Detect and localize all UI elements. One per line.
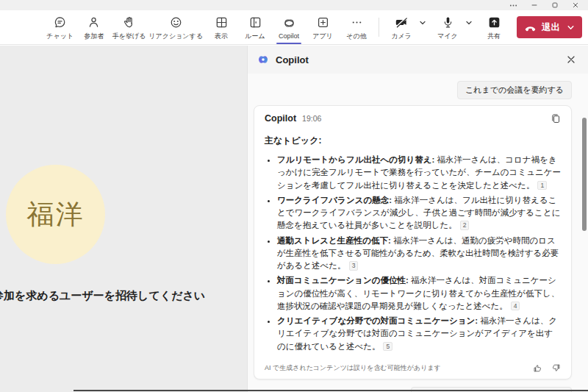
message-sender: Copilot [265, 113, 296, 124]
copilot-panel-header: Copilot [248, 46, 588, 74]
toolbar-rooms-button[interactable]: ルーム [238, 14, 272, 41]
toolbar-apps-label: アプリ [312, 32, 333, 41]
topic-item: クリエイティブな分野での対面コミュニケーション: 福永洋一さんは、クリエイティブ… [277, 315, 561, 353]
toolbar-view-button[interactable]: 表示 [204, 14, 238, 41]
copilot-panel-close-button[interactable] [566, 54, 576, 65]
invite-users-text: 参加を求めるユーザーを招待してください [0, 289, 205, 303]
toolbar-chat-button[interactable]: チャット [43, 14, 77, 41]
toolbar-view-label: 表示 [215, 32, 228, 41]
window-minimize-icon[interactable] [531, 1, 538, 9]
topics-heading: 主なトピック: [265, 135, 561, 147]
copilot-panel: Copilot これまでの会議を要約する Copilot 19:06 主なトピッ… [247, 46, 588, 392]
share-screen-icon [487, 15, 501, 29]
topic-title: クリエイティブな分野での対面コミュニケーション: [277, 316, 478, 325]
hang-up-icon [524, 21, 537, 34]
thumbs-down-button[interactable] [551, 363, 561, 373]
camera-off-icon [395, 15, 409, 29]
participants-icon [87, 15, 101, 29]
copilot-message-card: Copilot 19:06 主なトピック: フルリモートからフル出社への切り替え… [254, 105, 572, 379]
toolbar-participants-label: 参加者 [84, 32, 104, 41]
toolbar-apps-button[interactable]: アプリ [306, 14, 340, 41]
toolbar-raise-hand-label: 手を挙げる [112, 32, 146, 41]
camera-control-group: カメラ [384, 14, 431, 41]
topic-item: フルリモートからフル出社への切り替え: 福永洋一さんは、コロナ禍をきっかけに完全… [277, 154, 561, 192]
window-more-icon[interactable] [509, 1, 517, 10]
rooms-icon [248, 15, 262, 29]
citation-badge[interactable]: 5 [383, 342, 392, 352]
copilot-active-underline [276, 43, 301, 45]
toolbar-more-button[interactable]: その他 [340, 14, 373, 41]
leave-chevron-icon[interactable] [567, 24, 575, 32]
raise-hand-icon [122, 15, 136, 29]
window-close-icon[interactable] [572, 1, 579, 9]
citation-badge[interactable]: 3 [349, 261, 359, 271]
topic-item: ワークライフバランスの懸念: 福永洋一さんは、フル出社に切り替えることでワークラ… [277, 194, 561, 232]
toolbar-copilot-button[interactable]: Copilot [272, 15, 306, 40]
topic-title: 通勤ストレスと生産性の低下: [277, 236, 391, 245]
panel-scrollbar-thumb[interactable] [582, 118, 587, 231]
toolbar-react-label: リアクションする [148, 32, 203, 41]
copilot-panel-title: Copilot [276, 54, 560, 65]
reaction-smiley-icon [169, 15, 183, 29]
toolbar-share-button[interactable]: 共有 [477, 14, 511, 41]
mic-icon [441, 15, 455, 29]
meeting-toolbar: チャット 参加者 手を挙げる リアクションする 表示 [0, 10, 588, 45]
thumbs-up-button[interactable] [533, 363, 542, 373]
leave-button-label: 退出 [542, 21, 560, 34]
meeting-stage: 福洋 参加を求めるユーザーを招待してください [0, 46, 247, 392]
participant-avatar: 福洋 [6, 165, 105, 264]
ai-disclaimer-text: AI で生成されたコンテンツは誤りを含む可能性があります [265, 363, 533, 373]
toolbar-mic-label: マイク [437, 32, 458, 41]
topics-list: フルリモートからフル出社への切り替え: 福永洋一さんは、コロナ禍をきっかけに完全… [265, 154, 561, 353]
toolbar-copilot-label: Copilot [279, 32, 299, 40]
copilot-logo-icon [257, 53, 270, 66]
toolbar-raise-hand-button[interactable]: 手を挙げる [111, 14, 148, 41]
bottom-window-edge [74, 390, 588, 391]
toolbar-separator [379, 18, 379, 37]
apps-plus-icon [316, 15, 330, 29]
camera-chevron-icon[interactable] [419, 19, 426, 26]
summarize-meeting-chip[interactable]: これまでの会議を要約する [457, 81, 572, 99]
toolbar-chat-label: チャット [46, 32, 74, 41]
topic-title: ワークライフバランスの懸念: [277, 196, 392, 204]
topic-item: 対面コミュニケーションの優位性: 福永洋一さんは、対面コミュニケーションの優位性… [277, 274, 561, 313]
toolbar-participants-button[interactable]: 参加者 [77, 14, 111, 41]
toolbar-camera-label: カメラ [391, 32, 412, 41]
copilot-icon [282, 16, 296, 30]
topic-item: 通勤ストレスと生産性の低下: 福永洋一さんは、通勤の疲労や時間のロスが生産性を低… [277, 235, 561, 273]
citation-badge[interactable]: 2 [460, 221, 470, 230]
citation-badge[interactable]: 4 [511, 302, 520, 311]
mic-chevron-icon[interactable] [465, 19, 473, 26]
message-timestamp: 19:06 [302, 114, 545, 123]
toolbar-share-label: 共有 [487, 32, 501, 41]
citation-badge[interactable]: 1 [537, 181, 547, 190]
toolbar-more-label: その他 [346, 32, 366, 41]
view-grid-icon [215, 15, 229, 29]
copilot-panel-body: これまでの会議を要約する Copilot 19:06 主なトピック: フルリモー… [248, 74, 588, 392]
copy-message-button[interactable] [551, 113, 561, 124]
message-header: Copilot 19:06 [265, 113, 561, 124]
window-titlebar [0, 0, 588, 10]
toolbar-camera-button[interactable]: カメラ [384, 14, 418, 41]
topic-title: フルリモートからフル出社への切り替え: [277, 155, 434, 164]
chat-icon [53, 15, 67, 29]
toolbar-react-button[interactable]: リアクションする [147, 14, 204, 41]
window-maximize-icon[interactable] [551, 1, 559, 9]
message-footer: AI で生成されたコンテンツは誤りを含む可能性があります [265, 363, 561, 373]
toolbar-rooms-label: ルーム [245, 32, 265, 41]
leave-button[interactable]: 退出 [517, 16, 582, 38]
more-ellipsis-icon [350, 15, 364, 29]
toolbar-mic-button[interactable]: マイク [431, 14, 465, 41]
mic-control-group: マイク [431, 14, 477, 41]
topic-title: 対面コミュニケーションの優位性: [277, 276, 409, 285]
